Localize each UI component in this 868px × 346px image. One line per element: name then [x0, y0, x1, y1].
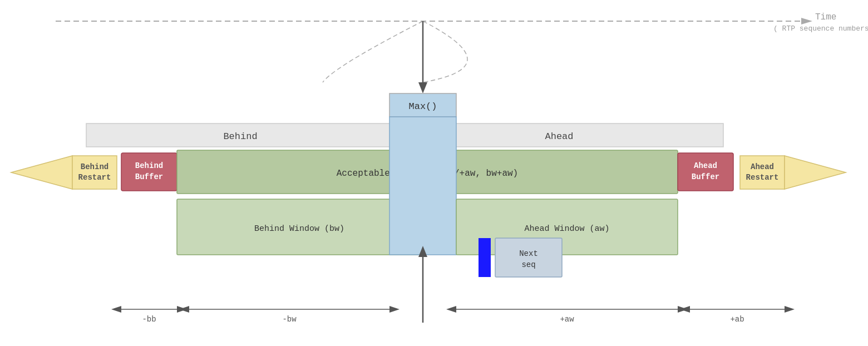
behind-restart-box — [72, 156, 117, 189]
behind-window-label: Behind Window (bw) — [254, 224, 344, 234]
behind-label: Behind — [223, 131, 257, 142]
behind-buffer-box — [121, 153, 177, 191]
ahead-restart-arrow — [785, 156, 846, 189]
pos-aw-label: +aw — [560, 315, 574, 324]
ahead-window-label: Ahead Window (aw) — [524, 224, 609, 234]
time-label: Time — [815, 12, 836, 22]
svg-marker-13 — [446, 306, 456, 313]
next-seq-label-2: seq — [521, 260, 535, 269]
behind-restart-label-2: Restart — [78, 173, 111, 182]
pos-ab-label: +ab — [730, 315, 744, 324]
ahead-buffer-label-2: Buffer — [692, 172, 719, 181]
diagram-container: Time ( RTP sequence numbers ) Max() Behi… — [0, 0, 868, 346]
behind-buffer-label-2: Buffer — [135, 172, 163, 181]
neg-bw-label: -bw — [282, 315, 297, 324]
ahead-label: Ahead — [545, 131, 573, 142]
next-seq-label-1: Next — [519, 249, 538, 258]
svg-marker-17 — [785, 306, 795, 313]
behind-restart-arrow — [11, 156, 72, 189]
svg-marker-3 — [418, 82, 427, 93]
svg-marker-10 — [179, 306, 189, 313]
svg-marker-1 — [801, 18, 812, 24]
ahead-buffer-box — [678, 153, 733, 191]
svg-marker-16 — [680, 306, 690, 313]
ahead-restart-label-2: Restart — [746, 173, 779, 182]
svg-marker-11 — [389, 306, 400, 313]
ahead-buffer-label-1: Ahead — [694, 161, 717, 170]
behind-buffer-label-1: Behind — [135, 161, 163, 170]
rtp-label: ( RTP sequence numbers ) — [773, 24, 868, 33]
ahead-restart-label-1: Ahead — [751, 162, 774, 171]
max-label: Max() — [408, 101, 437, 112]
neg-bb-label: -bb — [142, 315, 156, 324]
ahead-restart-box — [740, 156, 785, 189]
center-column — [389, 117, 456, 255]
svg-marker-7 — [111, 306, 121, 313]
next-seq-bar — [479, 238, 491, 277]
behind-restart-label-1: Behind — [81, 162, 108, 171]
